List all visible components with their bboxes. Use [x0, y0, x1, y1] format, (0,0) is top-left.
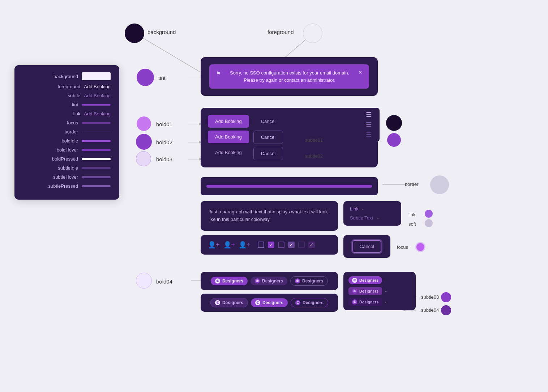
hamburger-icon-2[interactable]: ☰: [366, 122, 372, 128]
sidebar-swatch-boldIdle: [82, 140, 111, 142]
border-annotation: border: [405, 182, 419, 187]
focus-panel: Cancel: [343, 235, 390, 258]
sidebar-row-boldHover: boldHover: [23, 147, 111, 153]
badge-panel-bottom: ① Designers ① Designers ① Designers: [201, 294, 338, 312]
sidebar-label-foreground: foreground: [48, 84, 80, 89]
hamburger-icon-3[interactable]: ☰: [366, 132, 372, 138]
icon-group: 👤+ 👤+ 👤+: [208, 241, 251, 249]
sidebar: background foreground Add Booking subtle…: [14, 65, 119, 200]
subtle01-annotation: subtle01: [305, 137, 323, 143]
subtle-arrow: ←: [376, 216, 380, 220]
soft-dot: [425, 219, 433, 227]
checkbox-unchecked-2[interactable]: [278, 242, 284, 248]
right-badge-subtle02[interactable]: ① Designers: [348, 298, 382, 306]
bold04-circle: [136, 273, 152, 289]
right-medium-circle-1: [387, 133, 401, 147]
right-badge-icon-3: ①: [352, 299, 357, 304]
badge-ghost01[interactable]: ① Designers: [290, 276, 328, 286]
sidebar-swatch-boldHover: [82, 149, 111, 151]
bold02-circle: [136, 134, 152, 150]
add-booking-bold02[interactable]: Add Booking: [208, 131, 249, 143]
alert-panel: ⚑ Sorry, no SSO configuration exists for…: [201, 57, 378, 96]
alert-text: Sorry, no SSO configuration exists for y…: [225, 69, 354, 84]
sidebar-label-subtleIdle: subtleIdle: [46, 165, 78, 171]
checkbox-unchecked-3[interactable]: [298, 242, 305, 248]
link-annotation: link: [408, 212, 416, 217]
sidebar-swatch-subtleIdle: [82, 167, 111, 169]
link-item: Link ←: [350, 206, 395, 212]
hamburger-panel: ☰ ☰ ☰: [358, 108, 380, 142]
focus-annotation: focus: [397, 244, 408, 250]
add-user-icon-1[interactable]: 👤+: [208, 241, 220, 249]
bold04-label: bold04: [156, 278, 172, 285]
link-dot: [425, 210, 433, 218]
right-badge-row-1: ① Designers: [348, 276, 411, 284]
add-user-icon-3[interactable]: 👤+: [239, 241, 251, 249]
foreground-label: foreground: [267, 29, 294, 35]
right-badge-row-3: ① Designers ←: [348, 298, 411, 306]
checkbox-checked-2[interactable]: ✓: [288, 242, 295, 248]
badge-label-pill03: Designers: [303, 300, 324, 305]
subtle04-annotation: subtle04: [421, 307, 439, 313]
sidebar-label-link: link: [48, 111, 80, 116]
sidebar-row-subtle: subtle Add Booking: [23, 93, 111, 98]
bold03-label: bold03: [156, 156, 172, 162]
alert-close-button[interactable]: ✕: [358, 69, 363, 75]
right-badge-panel: ① Designers ① Designers ← ① Designers ←: [343, 272, 416, 310]
sidebar-swatch-tint: [82, 104, 111, 106]
cancel-bold02[interactable]: Cancel: [253, 131, 283, 144]
focus-dot: [416, 243, 424, 251]
add-user-icon-2[interactable]: 👤+: [223, 241, 235, 249]
right-badge-label-2: Designers: [359, 289, 378, 293]
right-badge-subtle01[interactable]: ① Designers: [348, 287, 382, 295]
sidebar-swatch-subtlePressed: [82, 185, 111, 187]
badge-pill-01[interactable]: ① Designers: [210, 298, 248, 307]
button-group-panel: Add Booking Add Booking Add Booking Canc…: [201, 108, 378, 167]
badge-label-pill02: Designers: [262, 300, 283, 305]
alert-flag-icon: ⚑: [216, 70, 221, 77]
text-panel: Just a paragraph with text that displays…: [201, 201, 338, 231]
sidebar-text-foreground: Add Booking: [84, 84, 111, 89]
checkbox-unchecked-1[interactable]: [258, 242, 264, 248]
bold02-label: bold02: [156, 139, 172, 145]
hamburger-icon-1[interactable]: ☰: [366, 111, 372, 118]
right-badge-row-2: ① Designers ←: [348, 287, 411, 295]
badge-bold01[interactable]: ① Designers: [211, 277, 248, 285]
sidebar-swatch-boldPressed: [82, 158, 111, 160]
bold01-label: bold01: [156, 121, 172, 127]
add-booking-bold01[interactable]: Add Booking: [208, 115, 249, 128]
badge-label-ghost01: Designers: [302, 278, 323, 284]
foreground-circle: [303, 24, 322, 43]
cancel-bold01[interactable]: Cancel: [253, 115, 283, 128]
badge-icon-pill03: ①: [295, 300, 300, 305]
bold-buttons-col: Add Booking Add Booking Add Booking: [208, 115, 249, 160]
checkbox-checked-1[interactable]: ✓: [268, 242, 274, 248]
right-badge-label-3: Designers: [359, 300, 378, 304]
link-text[interactable]: Link: [350, 206, 359, 212]
badge-subtle01[interactable]: ① Designers: [251, 277, 287, 285]
sidebar-label-background: background: [46, 74, 78, 79]
cancel-focus-button[interactable]: Cancel: [352, 240, 381, 253]
sidebar-row-tint: tint: [23, 102, 111, 107]
checkbox-checked-3[interactable]: ✓: [308, 242, 315, 248]
subtle03-dot: [441, 292, 451, 302]
right-badge-label-1: Designers: [359, 278, 378, 282]
sidebar-label-tint: tint: [46, 102, 78, 107]
badge-pill-03[interactable]: ① Designers: [291, 298, 328, 307]
tint-circle: [137, 69, 154, 86]
sidebar-row-border: border: [23, 129, 111, 135]
progress-panel: [201, 177, 378, 195]
background-label: background: [147, 29, 176, 35]
sidebar-label-subtlePressed: subtlePressed: [46, 183, 78, 189]
sidebar-row-subtlePressed: subtlePressed: [23, 183, 111, 189]
sidebar-row-foreground: foreground Add Booking: [23, 84, 111, 89]
badge-pill-02[interactable]: ① Designers: [251, 298, 288, 307]
sidebar-row-background: background: [23, 72, 111, 80]
right-badge-bold01[interactable]: ① Designers: [348, 276, 382, 284]
cancel-bold03[interactable]: Cancel: [253, 147, 283, 160]
subtle03-arrow: ←: [384, 289, 388, 293]
sidebar-swatch-border: [82, 132, 111, 132]
sidebar-row-subtleHover: subtleHover: [23, 174, 111, 180]
sidebar-label-subtleHover: subtleHover: [46, 174, 78, 180]
add-booking-bold03[interactable]: Add Booking: [208, 146, 249, 159]
